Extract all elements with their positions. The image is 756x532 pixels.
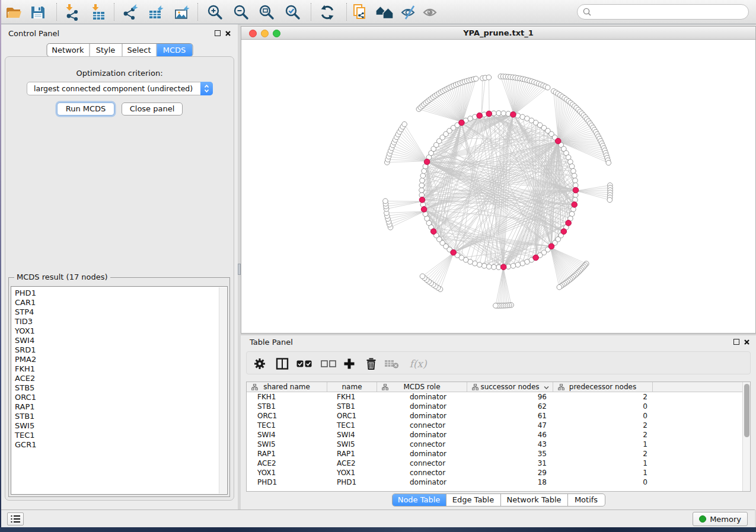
task-history-button[interactable]	[7, 512, 24, 525]
mcds-list-scrollbar[interactable]	[219, 287, 227, 493]
zoom-out-icon[interactable]	[231, 4, 251, 21]
table-row[interactable]: SWI4SWI4dominator462	[247, 430, 744, 440]
table-row[interactable]: YOX1YOX1connector291	[247, 468, 744, 477]
add-column-icon[interactable]	[341, 356, 358, 371]
mcds-result-item[interactable]: GCR1	[11, 440, 227, 450]
mcds-result-item[interactable]: RAP1	[11, 402, 227, 412]
delete-column-icon[interactable]	[363, 356, 379, 371]
mcds-result-item[interactable]: STP4	[11, 307, 227, 317]
mcds-result-item[interactable]: TEC1	[11, 431, 227, 440]
cell: dominator	[377, 430, 467, 440]
mcds-result-item[interactable]: SWI5	[11, 421, 227, 431]
mcds-result-item[interactable]: CAR1	[11, 298, 227, 307]
mcds-result-item[interactable]: ACE2	[11, 374, 227, 383]
desktop-edge-bottom	[0, 527, 756, 532]
column-header-name[interactable]: name	[327, 382, 377, 392]
tab-network-table[interactable]: Network Table	[501, 494, 568, 506]
tab-node-table[interactable]: Node Table	[393, 494, 446, 506]
table-panel: Table Panel	[241, 335, 756, 509]
table-row[interactable]: ORC1ORC1dominator610	[247, 411, 744, 421]
import-network-icon[interactable]	[62, 4, 82, 21]
hide-panel-icon[interactable]	[399, 4, 419, 21]
column-header-MCDS-role[interactable]: MCDS role	[377, 382, 467, 392]
mcds-result-item[interactable]: YOX1	[11, 326, 227, 336]
zoom-in-icon[interactable]	[205, 4, 225, 21]
close-icon[interactable]	[744, 339, 750, 345]
cell: connector	[377, 440, 467, 449]
show-columns-icon[interactable]	[274, 356, 291, 371]
cell: dominator	[377, 449, 467, 459]
mcds-result-item[interactable]: SRD1	[11, 345, 227, 355]
cell: FKH1	[327, 392, 377, 402]
cell: 2	[553, 430, 653, 440]
table-row[interactable]: TEC1TEC1connector472	[247, 421, 744, 430]
zoom-fit-icon[interactable]	[257, 4, 277, 21]
table-row[interactable]: SWI5SWI5connector431	[247, 440, 744, 449]
mcds-result-item[interactable]: TID3	[11, 317, 227, 326]
delete-table-icon[interactable]	[384, 356, 400, 371]
cell: 1	[553, 440, 653, 449]
cell: SWI4	[327, 430, 377, 440]
cell: dominator	[377, 411, 467, 421]
network-titlebar[interactable]: YPA_prune.txt_1	[241, 27, 755, 40]
close-panel-button[interactable]: Close panel	[122, 102, 183, 116]
export-table-icon[interactable]	[146, 4, 166, 21]
tab-motifs[interactable]: Motifs	[568, 494, 605, 506]
tab-mcds[interactable]: MCDS	[157, 44, 192, 56]
search-field[interactable]	[577, 4, 749, 20]
select-all-checkboxes-icon[interactable]	[296, 356, 312, 371]
mcds-result-item[interactable]: STB5	[11, 383, 227, 393]
column-header-predecessor-nodes[interactable]: predecessor nodes	[553, 382, 653, 392]
export-network-icon[interactable]	[120, 4, 140, 21]
cell: YOX1	[327, 468, 377, 477]
memory-button[interactable]: Memory	[693, 512, 748, 526]
toolbar-separator	[114, 3, 114, 21]
save-session-icon[interactable]	[28, 4, 48, 21]
cell: 96	[467, 392, 553, 402]
mcds-result-item[interactable]: SWI4	[11, 336, 227, 345]
optimization-criterion-dropdown[interactable]: largest connected component (undirected)	[27, 82, 213, 95]
cell: 1	[553, 459, 653, 468]
float-icon[interactable]	[215, 30, 221, 36]
table-row[interactable]: FKH1FKH1dominator962	[247, 392, 744, 402]
network-document-icon[interactable]	[350, 4, 370, 21]
float-icon[interactable]	[733, 339, 739, 345]
deselect-checkboxes-icon[interactable]	[320, 356, 337, 371]
close-icon[interactable]	[225, 30, 231, 37]
tab-style[interactable]: Style	[90, 44, 122, 56]
function-builder-icon[interactable]: f(x)	[406, 356, 430, 371]
cell: 2	[553, 392, 653, 402]
tab-select[interactable]: Select	[122, 44, 157, 56]
table-scrollbar[interactable]	[742, 382, 750, 491]
network-canvas[interactable]	[241, 40, 755, 333]
tab-network[interactable]: Network	[47, 44, 90, 56]
table-scrollbar-thumb[interactable]	[744, 384, 749, 437]
import-table-icon[interactable]	[88, 4, 109, 21]
home-icon[interactable]	[375, 4, 395, 21]
search-input[interactable]	[595, 6, 748, 18]
mcds-result-item[interactable]: PMA2	[11, 355, 227, 364]
run-mcds-button[interactable]: Run MCDS	[57, 102, 114, 116]
cell: 35	[467, 449, 553, 459]
zoom-selected-icon[interactable]	[283, 4, 303, 21]
mcds-result-item[interactable]: FKH1	[11, 364, 227, 374]
mcds-result-item[interactable]: PHD1	[11, 289, 227, 298]
cell: PHD1	[327, 477, 377, 487]
cell: 18	[467, 477, 553, 487]
tab-edge-table[interactable]: Edge Table	[446, 494, 501, 506]
cell: PHD1	[247, 477, 327, 487]
refresh-icon[interactable]	[317, 4, 337, 21]
status-bar: Memory	[1, 509, 755, 527]
column-header-shared-name[interactable]: shared name	[247, 382, 327, 392]
export-image-icon[interactable]	[172, 4, 192, 21]
settings-gear-icon[interactable]	[251, 356, 268, 371]
column-header-successor-nodes[interactable]: successor nodes	[467, 382, 553, 392]
table-row[interactable]: ACE2ACE2connector311	[247, 459, 744, 468]
open-file-icon[interactable]	[4, 4, 24, 21]
table-row[interactable]: PHD1PHD1dominator180	[247, 477, 744, 487]
table-row[interactable]: STB1STB1dominator620	[247, 402, 744, 411]
show-panel-icon[interactable]	[421, 4, 441, 21]
table-row[interactable]: RAP1RAP1dominator352	[247, 449, 744, 459]
mcds-result-item[interactable]: STB1	[11, 412, 227, 421]
mcds-result-item[interactable]: ORC1	[11, 393, 227, 402]
